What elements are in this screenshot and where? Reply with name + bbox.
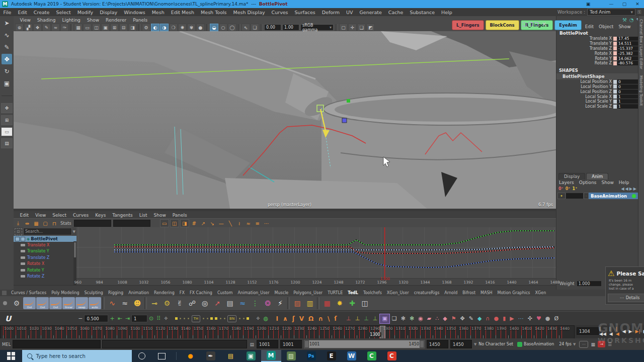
channel-key-swatch[interactable] <box>613 46 617 50</box>
ge-menu-keys[interactable]: Keys <box>92 213 109 218</box>
animtool-pink-bell[interactable]: ◉ <box>416 314 425 323</box>
prefs-menu-icon[interactable]: ☰ <box>608 342 612 347</box>
shelf-tab-mash[interactable]: MASH <box>478 291 495 295</box>
shelf-arc-tracker[interactable]: ➚ <box>211 297 223 309</box>
display-settings-icon[interactable]: ⚙ <box>142 24 150 31</box>
viewport-menu-shading[interactable]: Shading <box>34 18 59 23</box>
shelf-tab-polygons-user[interactable]: Polygons_User <box>291 291 325 295</box>
current-anim-layer[interactable]: BaseAnimation <box>524 342 554 346</box>
animtool-red-play[interactable]: ▶ <box>508 314 516 323</box>
channel-key-swatch[interactable] <box>613 42 617 46</box>
menu-substance[interactable]: Substance <box>407 10 438 15</box>
ge-menu-tangents[interactable]: Tangents <box>109 213 136 218</box>
menu-edit[interactable]: Edit <box>15 10 30 15</box>
ge-tool-right-8[interactable]: ≀ <box>235 220 244 227</box>
taskbar-app-camtasia-recorder[interactable]: C <box>382 350 402 362</box>
green-key-dot[interactable] <box>347 99 350 103</box>
shelf-tangent-swap[interactable]: swap <box>75 297 88 309</box>
stats-field-time[interactable] <box>74 220 111 227</box>
picker-group-bn[interactable]: BN <box>227 315 236 322</box>
layer-mode-icon[interactable]: ✦ <box>557 193 566 199</box>
ge-tool-left-4[interactable]: ⊓ <box>50 220 58 227</box>
film-gate-icon[interactable]: ▭ <box>83 24 92 31</box>
step-back-frame-button[interactable]: |◀ <box>614 326 621 336</box>
time-ruler[interactable]: 1000101010201030104010501060107010801090… <box>0 325 575 339</box>
move-tool[interactable]: ✥ <box>2 54 12 64</box>
animtool-red-bookmark[interactable]: ▮ <box>501 314 508 323</box>
taskbar-app-photos-app[interactable]: ▣ <box>241 350 261 362</box>
taskbar-app-epic-games[interactable]: E <box>321 350 342 362</box>
panel-close-icon[interactable]: ✕ <box>542 21 546 28</box>
animtool-heart[interactable]: ♥ <box>534 314 543 323</box>
shelf-tab-poly-modeling[interactable]: Poly Modeling <box>49 291 82 295</box>
start-button[interactable] <box>7 352 15 360</box>
shelf-key-options[interactable]: ⚙ <box>161 297 173 309</box>
frame-step-field[interactable]: 1 <box>131 315 147 322</box>
anim-end-field[interactable]: 1450 <box>450 340 472 348</box>
expand-box-2[interactable] <box>21 237 25 241</box>
shelf-red-lattice[interactable]: ▦ <box>321 297 333 309</box>
animtool-pin-green[interactable]: ⊥ <box>362 314 371 323</box>
auto-key-toggle[interactable]: ⊸ <box>598 341 605 347</box>
shelf-tab-toolchefs[interactable]: Toolchefs <box>361 291 384 295</box>
menu-help[interactable]: Help <box>438 10 456 15</box>
anim-prefs-icon[interactable]: ◔ <box>629 17 634 23</box>
gate-mask-icon[interactable]: ▣ <box>101 24 110 31</box>
lighting-all-icon[interactable]: ✺ <box>178 24 187 31</box>
picker-l_fingers[interactable]: L_Fingers <box>452 20 484 30</box>
viewport-3d[interactable]: persp (masterLayer) 6.7 fps <box>14 31 556 209</box>
shelf-menu-icon[interactable] <box>2 291 7 295</box>
curve-rotateY[interactable] <box>114 231 554 245</box>
ge-menu-view[interactable]: View <box>32 213 49 218</box>
anim-prefs-grid-icon[interactable]: ▦ <box>591 342 595 347</box>
menu-display[interactable]: Display <box>97 10 121 15</box>
layer-menu-options[interactable]: Options <box>577 180 599 185</box>
current-time-field[interactable]: 1304 <box>577 327 599 335</box>
menu-edit-mesh[interactable]: Edit Mesh <box>168 10 197 15</box>
shelf-tab-motion-graphics[interactable]: Motion Graphics <box>495 291 533 295</box>
picker-blockcons[interactable]: BlockCons <box>486 20 519 30</box>
shelf-ghost-tool[interactable]: ☻ <box>131 297 143 309</box>
tab-modeling-toolkit[interactable]: Modeling Toolkit <box>638 72 644 109</box>
taskbar-app-firefox[interactable]: ● <box>181 350 201 362</box>
shelf-tangent-linear[interactable]: linear <box>62 297 75 309</box>
shelf-motion-trail[interactable]: ∿ <box>106 297 118 309</box>
shelf-tab-animation-user[interactable]: Animation_User <box>235 291 272 295</box>
workspace-selector[interactable]: Ted Anim▾ <box>587 9 635 16</box>
character-set-selector[interactable]: No Character Set <box>478 342 513 346</box>
shelf-runner[interactable]: ⚡ <box>274 297 286 309</box>
anim-start-field[interactable]: 1001 <box>257 340 278 348</box>
snap-grid-icon[interactable]: ⊕ <box>15 24 24 31</box>
minimize-button[interactable]: — <box>605 0 618 8</box>
animtool-pen[interactable]: ✎ <box>467 314 475 323</box>
shelf-tangent-out-2[interactable]: Out <box>36 297 49 309</box>
shaded-mode-icon[interactable]: ◐ <box>151 24 159 31</box>
tangent-preset-2[interactable]: ʃ <box>290 314 297 323</box>
ge-tool-right-5[interactable]: ↘ <box>208 220 216 227</box>
graph-channel-rotate-z[interactable]: Rotate Z <box>14 274 76 280</box>
image-plane-icon[interactable]: ◩ <box>366 24 375 31</box>
ge-tool-right-6[interactable]: — <box>217 220 225 227</box>
shelf-notes-page[interactable]: ▤ <box>224 297 236 309</box>
animtool-blue-dots[interactable]: ⋯ <box>516 314 526 323</box>
fps-selector[interactable]: 24 fps <box>559 342 572 346</box>
snap-point-icon[interactable]: ❖ <box>33 24 42 31</box>
grid-toggle-icon[interactable]: ▦ <box>74 24 83 31</box>
shelf-constraint-hands[interactable]: ✌ <box>174 297 186 309</box>
layout-presets[interactable]: ⊞ <box>1 115 13 125</box>
jump-back-button[interactable]: ⇤ <box>116 314 124 323</box>
channel-key-swatch[interactable] <box>613 61 617 65</box>
ge-tool-left-3[interactable]: ▢ <box>41 220 49 227</box>
layer-tab-display[interactable]: Display <box>558 173 585 179</box>
menu-curves[interactable]: Curves <box>268 10 291 15</box>
search-dropdown-icon[interactable]: ▼ <box>73 230 75 234</box>
increment-button[interactable]: + <box>108 314 116 323</box>
shelf-tab-creaturerigs[interactable]: creatureRigs <box>412 291 442 295</box>
shelf-tab-animation[interactable]: Animation <box>126 291 151 295</box>
taskbar-app-zbrush[interactable]: ✒ <box>201 350 221 362</box>
play-end-field[interactable]: 1450 <box>427 340 448 348</box>
cb-menu-show[interactable]: Show <box>616 24 633 29</box>
animtool-red-arc[interactable]: ∩ <box>484 314 492 323</box>
ge-tool-right-10[interactable]: ≡ <box>254 220 262 227</box>
viewport-menu-renderer[interactable]: Renderer <box>103 18 130 23</box>
